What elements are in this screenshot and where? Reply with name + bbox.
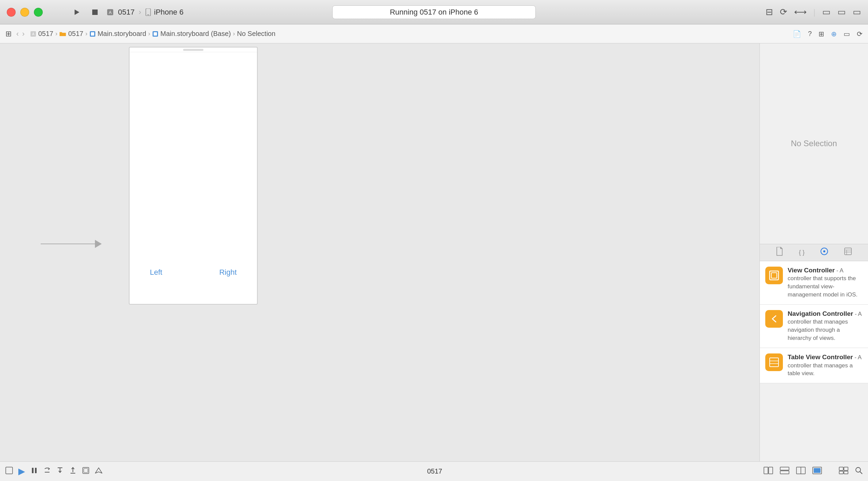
step-into-icon[interactable] bbox=[56, 467, 64, 476]
media-library-icon[interactable]: ⊞ bbox=[818, 30, 824, 38]
grid-icon[interactable]: ⊞ bbox=[5, 30, 12, 38]
iphone-label-right[interactable]: Right bbox=[219, 268, 237, 277]
svg-rect-43 bbox=[844, 467, 848, 470]
lib-tab-media[interactable] bbox=[841, 246, 855, 259]
run-button[interactable] bbox=[70, 5, 83, 19]
table-view-controller-icon bbox=[765, 353, 783, 371]
navigation-controller-icon bbox=[765, 310, 783, 328]
debug-view-hierarchy-icon[interactable] bbox=[5, 467, 13, 476]
iphone-speaker bbox=[183, 49, 203, 51]
lib-tab-file[interactable] bbox=[773, 246, 786, 259]
breadcrumb-sep-2: › bbox=[85, 30, 87, 37]
bottom-library-area bbox=[839, 467, 863, 476]
pin-icon[interactable]: ⊕ bbox=[831, 30, 837, 38]
inspector-icon[interactable]: ▭ bbox=[844, 30, 850, 38]
help-icon[interactable]: ? bbox=[808, 30, 812, 38]
breadcrumb-sep-1: › bbox=[55, 30, 57, 37]
bottom-center: 0517 bbox=[109, 467, 757, 475]
view-controller-title: View Controller - A controller that supp… bbox=[788, 267, 863, 299]
layout-library-icon[interactable]: ▭ bbox=[853, 7, 861, 17]
library-item-table-view-controller[interactable]: Table View Controller - A controller tha… bbox=[760, 348, 868, 383]
svg-rect-1 bbox=[92, 9, 98, 15]
nav-forward[interactable]: › bbox=[22, 30, 24, 38]
layout-split-icon[interactable] bbox=[780, 467, 789, 476]
title-bar-right: ⊟ ⟳ ⟷ | ▭ ▭ ▭ bbox=[766, 7, 861, 17]
table-view-controller-title: Table View Controller - A controller tha… bbox=[788, 353, 863, 378]
canvas-area[interactable]: Left Right bbox=[0, 43, 760, 461]
breadcrumb-item-main-storyboard: Main.storyboard bbox=[90, 30, 146, 38]
add-button[interactable]: ▶ bbox=[18, 466, 25, 477]
svg-point-46 bbox=[856, 467, 861, 472]
close-button[interactable] bbox=[7, 8, 16, 17]
svg-marker-33 bbox=[95, 468, 102, 473]
step-out-icon[interactable] bbox=[69, 467, 77, 476]
object-library-icon[interactable] bbox=[839, 467, 848, 476]
simulate-location-icon[interactable] bbox=[95, 467, 102, 476]
layout-toggle-icon[interactable]: ▭ bbox=[822, 7, 831, 17]
view-debugger-icon[interactable] bbox=[82, 467, 90, 476]
arrow-line bbox=[41, 244, 95, 244]
pause-button[interactable] bbox=[31, 467, 38, 476]
title-bar-left: A 0517 › iPhone 6 bbox=[70, 5, 183, 19]
iphone-frame[interactable]: Left Right bbox=[129, 47, 258, 305]
svg-rect-32 bbox=[84, 468, 88, 473]
nav-back[interactable]: ‹ bbox=[16, 30, 19, 38]
bottom-bar: ▶ bbox=[0, 461, 868, 481]
library-item-view-controller[interactable]: View Controller - A controller that supp… bbox=[760, 261, 868, 305]
svg-rect-23 bbox=[6, 467, 13, 474]
device-info: A 0517 › iPhone 6 bbox=[106, 8, 183, 17]
editor-version-icon[interactable]: ⟷ bbox=[794, 7, 807, 17]
svg-point-13 bbox=[823, 250, 825, 252]
view-controller-icon bbox=[765, 267, 783, 284]
layout-split-vertical-icon[interactable] bbox=[796, 467, 806, 476]
traffic-lights bbox=[7, 8, 43, 17]
no-selection-label: No Selection bbox=[791, 139, 837, 148]
breadcrumb-label-base[interactable]: Main.storyboard (Base) bbox=[160, 30, 231, 38]
svg-text:A: A bbox=[32, 32, 34, 36]
layout-toggle-bottom-icon[interactable] bbox=[764, 467, 773, 476]
fullscreen-button[interactable] bbox=[34, 8, 43, 17]
svg-rect-25 bbox=[35, 468, 37, 473]
svg-rect-11 bbox=[154, 32, 157, 36]
breadcrumb-label-0517-folder[interactable]: 0517 bbox=[68, 30, 83, 38]
main-content: Left Right No Selection { } bbox=[0, 43, 868, 461]
lib-tab-code[interactable]: { } bbox=[796, 248, 807, 257]
svg-rect-24 bbox=[32, 468, 34, 473]
minimize-button[interactable] bbox=[20, 8, 29, 17]
table-view-controller-text: Table View Controller - A controller tha… bbox=[788, 353, 863, 378]
svg-rect-37 bbox=[780, 471, 789, 474]
svg-rect-14 bbox=[845, 248, 851, 255]
editor-assistant-icon[interactable]: ⟳ bbox=[780, 7, 787, 17]
library-item-navigation-controller[interactable]: Navigation Controller - A controller tha… bbox=[760, 305, 868, 348]
breadcrumb-label-main-storyboard[interactable]: Main.storyboard bbox=[98, 30, 146, 38]
project-name: 0517 bbox=[118, 8, 135, 17]
lib-tab-object[interactable] bbox=[817, 246, 831, 259]
breadcrumb-label-0517[interactable]: 0517 bbox=[38, 30, 54, 38]
iphone-content: Left Right bbox=[130, 52, 257, 304]
breadcrumb-item-0517-folder: 0517 bbox=[59, 30, 83, 38]
title-bar-center: Running 0517 on iPhone 6 bbox=[332, 5, 536, 19]
svg-rect-41 bbox=[814, 468, 821, 473]
file-inspector-icon[interactable]: 📄 bbox=[793, 30, 801, 38]
svg-text:A: A bbox=[109, 10, 112, 15]
library-tabs: { } bbox=[760, 244, 868, 261]
search-library-icon[interactable] bbox=[855, 467, 863, 476]
step-over-icon[interactable] bbox=[43, 467, 51, 476]
breadcrumb-bar: ⊞ ‹ › A 0517 › 0517 › Main.storyboard › … bbox=[0, 24, 868, 43]
refresh-icon[interactable]: ⟳ bbox=[857, 30, 863, 38]
navigation-controller-text: Navigation Controller - A controller tha… bbox=[788, 310, 863, 342]
svg-marker-0 bbox=[75, 9, 79, 15]
right-panel: No Selection { } bbox=[760, 43, 868, 461]
iphone-top-bar bbox=[130, 47, 257, 52]
iphone-label-left[interactable]: Left bbox=[150, 268, 162, 277]
device-name: iPhone 6 bbox=[154, 8, 183, 17]
breadcrumb-nav: ‹ › bbox=[16, 30, 25, 38]
svg-rect-34 bbox=[764, 467, 768, 474]
editor-standard-icon[interactable]: ⊟ bbox=[766, 7, 773, 17]
stop-button[interactable] bbox=[88, 5, 102, 19]
layout-inspector-icon[interactable]: ▭ bbox=[837, 7, 846, 17]
breadcrumb-sep-3: › bbox=[148, 30, 150, 37]
layout-maximize-icon[interactable] bbox=[812, 467, 822, 476]
svg-rect-18 bbox=[770, 271, 778, 280]
library-panel: View Controller - A controller that supp… bbox=[760, 261, 868, 462]
